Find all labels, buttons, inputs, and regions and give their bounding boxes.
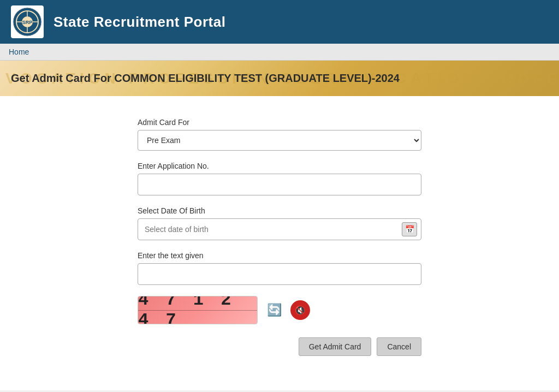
logo-icon: SRP (13, 7, 42, 37)
header: SRP State Recruitment Portal (0, 0, 559, 44)
button-row: Get Admit Card Cancel (138, 337, 421, 356)
cancel-button[interactable]: Cancel (377, 337, 421, 356)
banner: Get Admit Card For COMMON ELIGIBILITY TE… (0, 61, 559, 96)
captcha-text: 4 7 1 2 4 7 (138, 296, 257, 324)
dob-label: Select Date Of Birth (138, 206, 421, 215)
captcha-input-group: Enter the text given (138, 251, 421, 285)
captcha-row: 4 7 1 2 4 7 🔄 🔇 (138, 296, 421, 324)
captcha-input-label: Enter the text given (138, 251, 421, 260)
dob-input[interactable] (138, 218, 421, 240)
application-no-label: Enter Application No. (138, 162, 421, 170)
svg-text:SRP: SRP (22, 20, 33, 25)
refresh-icon: 🔄 (267, 303, 282, 317)
admit-card-for-label: Admit Card For (138, 118, 421, 127)
main-content: Admit Card For Pre Exam Mains Exam Enter… (0, 96, 559, 390)
admit-card-for-group: Admit Card For Pre Exam Mains Exam (138, 118, 421, 151)
captcha-audio-button[interactable]: 🔇 (290, 300, 310, 320)
dob-group: Select Date Of Birth 📅 (138, 206, 421, 240)
home-link[interactable]: Home (9, 47, 29, 56)
captcha-refresh-button[interactable]: 🔄 (264, 300, 284, 320)
dob-input-wrapper: 📅 (138, 218, 421, 240)
admit-card-for-select[interactable]: Pre Exam Mains Exam (138, 130, 421, 151)
get-admit-card-button[interactable]: Get Admit Card (299, 337, 372, 356)
header-title: State Recruitment Portal (53, 14, 225, 31)
audio-icon: 🔇 (295, 305, 306, 316)
navbar: Home (0, 44, 559, 61)
form-container: Admit Card For Pre Exam Mains Exam Enter… (138, 118, 421, 356)
calendar-icon: 📅 (405, 225, 414, 234)
captcha-input[interactable] (138, 263, 421, 285)
captcha-image: 4 7 1 2 4 7 (138, 296, 258, 324)
application-no-group: Enter Application No. (138, 162, 421, 195)
application-no-input[interactable] (138, 174, 421, 195)
banner-title: Get Admit Card For COMMON ELIGIBILITY TE… (11, 72, 400, 85)
calendar-icon-btn[interactable]: 📅 (402, 222, 417, 236)
header-logo: SRP (11, 5, 44, 38)
